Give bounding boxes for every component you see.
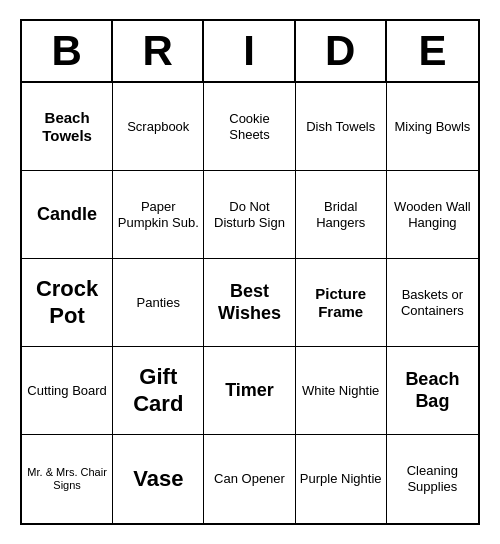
- header-letter: D: [296, 21, 387, 81]
- header-letter: R: [113, 21, 204, 81]
- bingo-cell: Can Opener: [204, 435, 295, 523]
- bingo-cell: Paper Pumpkin Sub.: [113, 171, 204, 259]
- bingo-cell: White Nightie: [296, 347, 387, 435]
- header-letter: B: [22, 21, 113, 81]
- bingo-cell: Baskets or Containers: [387, 259, 478, 347]
- bingo-card: BRIDE Beach TowelsScrapbookCookie Sheets…: [20, 19, 480, 525]
- bingo-cell: Mixing Bowls: [387, 83, 478, 171]
- bingo-cell: Timer: [204, 347, 295, 435]
- bingo-cell: Picture Frame: [296, 259, 387, 347]
- bingo-cell: Bridal Hangers: [296, 171, 387, 259]
- bingo-header: BRIDE: [22, 21, 478, 83]
- bingo-cell: Cookie Sheets: [204, 83, 295, 171]
- bingo-cell: Vase: [113, 435, 204, 523]
- bingo-grid: Beach TowelsScrapbookCookie SheetsDish T…: [22, 83, 478, 523]
- bingo-cell: Purple Nightie: [296, 435, 387, 523]
- bingo-cell: Beach Towels: [22, 83, 113, 171]
- bingo-cell: Do Not Disturb Sign: [204, 171, 295, 259]
- bingo-cell: Dish Towels: [296, 83, 387, 171]
- bingo-cell: Cutting Board: [22, 347, 113, 435]
- bingo-cell: Best Wishes: [204, 259, 295, 347]
- bingo-cell: Gift Card: [113, 347, 204, 435]
- bingo-cell: Panties: [113, 259, 204, 347]
- bingo-cell: Candle: [22, 171, 113, 259]
- header-letter: I: [204, 21, 295, 81]
- bingo-cell: Scrapbook: [113, 83, 204, 171]
- header-letter: E: [387, 21, 478, 81]
- bingo-cell: Mr. & Mrs. Chair Signs: [22, 435, 113, 523]
- bingo-cell: Cleaning Supplies: [387, 435, 478, 523]
- bingo-cell: Crock Pot: [22, 259, 113, 347]
- bingo-cell: Beach Bag: [387, 347, 478, 435]
- bingo-cell: Wooden Wall Hanging: [387, 171, 478, 259]
